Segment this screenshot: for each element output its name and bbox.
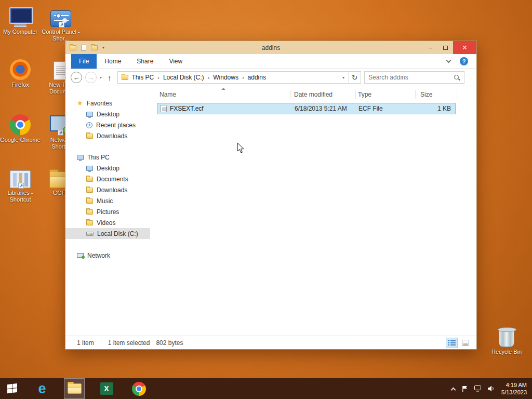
firefox-icon <box>10 59 31 80</box>
taskbar-chrome[interactable] <box>128 378 149 399</box>
history-chevron-icon[interactable]: ▾ <box>100 75 102 80</box>
desktop-mini-icon <box>86 166 93 171</box>
large-icons-view-icon <box>462 340 469 346</box>
qat-new-folder-icon[interactable] <box>91 45 98 50</box>
breadcrumb-separator-icon[interactable]: › <box>157 74 159 81</box>
column-header-date-modified[interactable]: Date modified <box>294 88 332 101</box>
sidebar-item-desktop-pc[interactable]: Desktop <box>65 163 150 174</box>
details-view-icon <box>448 340 456 346</box>
details-view-button[interactable] <box>446 338 458 348</box>
qat-properties-icon[interactable] <box>81 45 86 51</box>
column-header-type[interactable]: Type <box>358 88 371 101</box>
desktop-icon-my-computer[interactable]: My Computer <box>0 4 41 35</box>
breadcrumb-this-pc[interactable]: This PC <box>132 74 154 81</box>
sidebar-item-downloads[interactable]: Downloads <box>65 184 150 195</box>
breadcrumb-addins[interactable]: addins <box>248 74 266 81</box>
address-dropdown-icon[interactable]: ▾ <box>339 75 348 80</box>
file-row-selected[interactable]: FXSEXT.ecf 6/18/2013 5:21 AM ECF File 1 … <box>157 103 456 114</box>
sidebar-item-desktop[interactable]: Desktop <box>65 109 150 119</box>
help-button[interactable]: ? <box>460 57 468 65</box>
up-button[interactable]: ↑ <box>108 73 112 82</box>
taskbar: e X 4:19 AM 5/13/2023 <box>0 378 532 399</box>
downloads-folder-icon <box>86 188 93 193</box>
address-bar-controls: ▾ ↻ <box>339 72 361 83</box>
maximize-button[interactable] <box>438 41 453 54</box>
sidebar-item-label: Local Disk (C:) <box>97 230 138 237</box>
sidebar-group-network[interactable]: Network <box>65 250 150 261</box>
tab-home[interactable]: Home <box>97 54 129 69</box>
address-bar[interactable]: This PC › Local Disk (C:) › Windows › ad… <box>117 71 361 84</box>
sidebar-item-label: Downloads <box>97 132 127 140</box>
column-header-size[interactable]: Size <box>420 88 432 101</box>
sidebar-item-label: Videos <box>97 219 115 227</box>
forward-button[interactable]: → <box>85 72 97 83</box>
clock-time: 4:19 AM <box>501 381 527 389</box>
tab-view[interactable]: View <box>161 54 190 69</box>
taskbar-clock[interactable]: 4:19 AM 5/13/2023 <box>501 381 527 396</box>
breadcrumb-local-disk[interactable]: Local Disk (C:) <box>163 74 204 81</box>
desktop-mini-icon <box>86 112 93 117</box>
taskbar-internet-explorer[interactable]: e <box>32 378 52 399</box>
recent-places-icon <box>86 122 92 128</box>
tab-share[interactable]: Share <box>129 54 161 69</box>
column-header-name[interactable]: Name <box>159 88 176 101</box>
clock-date: 5/13/2023 <box>501 389 527 396</box>
file-list: Name Date modified Type Size FXSEXT.ecf … <box>150 86 476 336</box>
file-name: FXSEXT.ecf <box>170 105 204 112</box>
sidebar-item-downloads-fav[interactable]: Downloads <box>65 130 150 141</box>
desktop-icon-libraries-shortcut[interactable]: ↗ Libraries - Shortcut <box>0 165 41 203</box>
network-status-icon[interactable] <box>474 385 481 392</box>
breadcrumb-separator-icon[interactable]: › <box>208 74 210 81</box>
taskbar-file-explorer[interactable] <box>64 378 85 399</box>
file-explorer-icon <box>68 383 82 394</box>
taskbar-excel[interactable]: X <box>96 378 117 399</box>
sidebar-item-documents[interactable]: Documents <box>65 174 150 184</box>
ribbon-collapse-icon[interactable] <box>446 58 451 63</box>
window-folder-icon <box>70 45 76 50</box>
desktop-icon-control-panel[interactable]: ↗ Control Panel - Shor... <box>41 4 81 42</box>
downloads-folder-icon <box>86 134 93 139</box>
this-pc-icon <box>77 155 84 160</box>
file-date-cell: 6/18/2013 5:21 AM <box>295 105 358 112</box>
search-input[interactable] <box>368 74 454 81</box>
file-icon <box>161 105 167 112</box>
sidebar-item-label: Pictures <box>97 208 119 216</box>
sidebar-item-pictures[interactable]: Pictures <box>65 206 150 217</box>
sidebar-item-label: Music <box>97 197 113 205</box>
breadcrumb-separator-icon[interactable]: › <box>242 74 244 81</box>
sidebar-group-label: Favorites <box>87 100 112 107</box>
shortcut-arrow-icon: ↗ <box>58 130 63 136</box>
minimize-button[interactable]: – <box>423 41 438 54</box>
sidebar-item-recent-places[interactable]: Recent places <box>65 119 150 130</box>
start-button[interactable] <box>0 378 25 399</box>
refresh-button[interactable]: ↻ <box>348 72 361 83</box>
volume-icon[interactable] <box>488 385 495 392</box>
sidebar-item-label: Desktop <box>97 111 119 118</box>
action-center-flag-icon[interactable] <box>462 385 468 392</box>
sidebar-item-music[interactable]: Music <box>65 195 150 206</box>
desktop-icon-recycle-bin[interactable]: Recycle Bin <box>486 324 527 355</box>
mouse-cursor <box>237 142 246 155</box>
show-hidden-icons-chevron-icon[interactable] <box>451 387 456 392</box>
breadcrumb-windows[interactable]: Windows <box>213 74 238 81</box>
desktop-icon-label: Google Chrome <box>0 137 41 143</box>
sidebar-item-videos[interactable]: Videos <box>65 217 150 228</box>
desktop-icon-google-chrome[interactable]: Google Chrome <box>0 112 41 143</box>
sidebar-item-local-disk-c[interactable]: Local Disk (C:) <box>65 228 150 239</box>
tab-file[interactable]: File <box>71 54 97 69</box>
sidebar-item-label: Recent places <box>96 122 136 129</box>
close-button[interactable]: × <box>453 41 476 54</box>
window-body: ★ Favorites Desktop Recent places Downlo… <box>65 86 476 336</box>
desktop-icon-firefox[interactable]: Firefox <box>0 57 41 88</box>
videos-folder-icon <box>86 220 93 225</box>
sidebar-group-favorites[interactable]: ★ Favorites <box>65 98 150 109</box>
sidebar-group-this-pc[interactable]: This PC <box>65 152 150 163</box>
internet-explorer-icon: e <box>38 382 46 396</box>
back-button[interactable]: ← <box>71 72 82 83</box>
sidebar-item-label: Downloads <box>97 187 127 194</box>
search-icon[interactable] <box>454 74 460 81</box>
qat-customize-chevron-icon[interactable]: ▾ <box>102 45 104 50</box>
network-mini-icon <box>77 253 84 258</box>
title-bar[interactable]: ▾ addins – × <box>65 41 476 54</box>
large-icons-view-button[interactable] <box>459 338 471 348</box>
